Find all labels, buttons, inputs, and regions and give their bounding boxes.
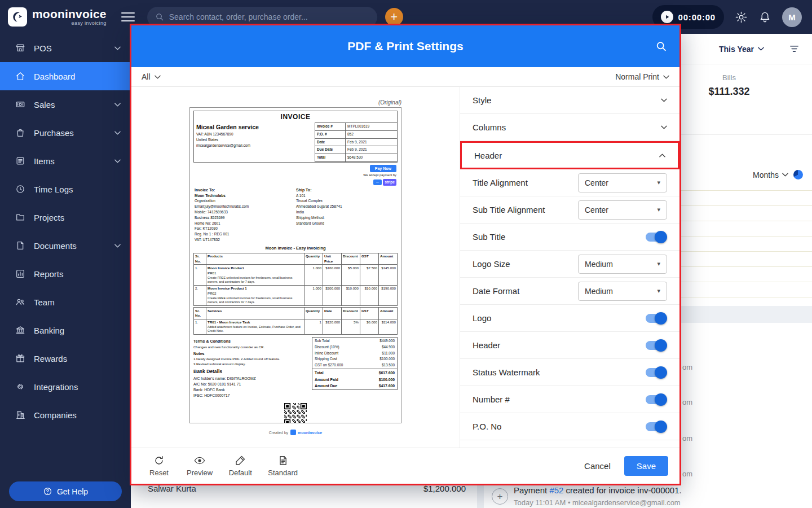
chevron-down-icon — [661, 125, 667, 129]
sidebar-item-time-logs[interactable]: Time Logs — [0, 175, 131, 203]
setting-row-date-format: Date FormatMedium▾ — [460, 278, 679, 305]
dropdown-caret-icon: ▾ — [657, 179, 660, 186]
get-help-button[interactable]: Get Help — [9, 481, 122, 501]
address-line: Tirucat Complex — [296, 199, 398, 204]
sidebar-item-purchases[interactable]: Purchases — [0, 119, 131, 147]
reset-tool-button[interactable]: Reset — [146, 455, 172, 477]
header-toggle[interactable] — [646, 341, 666, 350]
chevron-down-icon — [114, 131, 121, 135]
bank-line: Bank: HDFC Bank — [193, 387, 308, 392]
menu-toggle-button[interactable] — [121, 12, 135, 22]
pie-chart-icon[interactable] — [793, 170, 803, 179]
period-filter-dropdown[interactable]: This Year — [719, 45, 764, 54]
save-button[interactable]: Save — [624, 456, 668, 476]
purchases-icon — [15, 128, 25, 138]
sidebar-item-label: Time Logs — [34, 185, 73, 194]
modal-search-icon[interactable] — [655, 41, 667, 52]
default-brush-icon — [235, 455, 246, 466]
created-by-line: Created by mooninvoice — [269, 430, 322, 435]
p-o-no-toggle[interactable] — [646, 422, 666, 431]
companies-icon — [15, 410, 25, 420]
sidebar-item-reports[interactable]: Reports — [0, 260, 131, 288]
mooninvoice-mini-logo-icon — [290, 430, 296, 435]
sidebar-item-documents[interactable]: Documents — [0, 231, 131, 260]
section-style[interactable]: Style — [460, 87, 679, 114]
default-tool-button[interactable]: Default — [227, 455, 253, 477]
number-toggle[interactable] — [646, 395, 666, 404]
sidebar-item-integrations[interactable]: Integrations — [0, 373, 131, 401]
sidebar-item-rewards[interactable]: Rewards — [0, 344, 131, 373]
cancel-button[interactable]: Cancel — [584, 461, 611, 471]
payment-link[interactable]: #52 — [549, 485, 563, 495]
settings-gear-icon[interactable] — [735, 11, 748, 24]
qr-code — [284, 403, 307, 423]
plus-icon: + — [390, 10, 398, 24]
created-by-label: Created by — [269, 431, 288, 435]
invoice-title: INVOICE — [194, 111, 397, 122]
sidebar-item-companies[interactable]: Companies — [0, 401, 131, 429]
chevron-down-icon — [782, 173, 788, 177]
logo-toggle[interactable] — [646, 314, 666, 323]
invoice-to-block: Invoice To:Moon TechnolabsOrganizationEm… — [195, 187, 296, 242]
address-line: Home No: 2601 — [195, 221, 296, 226]
preview-tool-button[interactable]: Preview — [187, 455, 213, 477]
sidebar-item-label: Banking — [34, 326, 64, 335]
sub-title-toggle[interactable] — [646, 233, 666, 242]
title-alignment-select[interactable]: Center▾ — [578, 173, 667, 192]
column-header: Sr. No. — [194, 308, 206, 319]
user-avatar[interactable]: M — [782, 7, 802, 27]
play-icon[interactable] — [661, 11, 673, 23]
setting-label: Header — [473, 340, 500, 350]
truncated-activity-text: om — [682, 363, 692, 371]
tool-label: Reset — [149, 468, 169, 477]
address-line: Reg. No 1 : REG 001 — [195, 232, 296, 237]
setting-label: Sub Title Alignment — [473, 205, 545, 214]
section-columns[interactable]: Columns — [460, 114, 679, 141]
timer-value: 00:00:00 — [678, 12, 716, 22]
invoice-preview-pane: (Original) INVOICE Miceal Garden service… — [131, 87, 460, 448]
date-format-select[interactable]: Medium▾ — [578, 282, 667, 301]
sidebar-item-banking[interactable]: Banking — [0, 316, 131, 344]
grand-total-row: Total$617.600 — [312, 370, 397, 376]
accept-payment-text: We accept payment by — [363, 173, 396, 178]
pay-now-button[interactable]: Pay Now — [370, 165, 396, 172]
brand-name: mooninvoice — [32, 8, 107, 20]
sidebar-item-label: Rewards — [34, 354, 67, 364]
sidebar-item-items[interactable]: Items — [0, 147, 131, 175]
integrations-icon — [15, 382, 25, 392]
activity-title: Payment #52 created for invoice inv-0000… — [514, 485, 682, 495]
setting-label: Sub Title — [473, 232, 505, 242]
sidebar-item-projects[interactable]: Projects — [0, 203, 131, 231]
header-settings-panel: StyleColumnsHeaderTitle AlignmentCenter▾… — [460, 87, 679, 448]
months-filter-dropdown[interactable]: Months — [753, 170, 788, 179]
setting-row-number: Number # — [460, 386, 679, 413]
logo-size-select[interactable]: Medium▾ — [578, 255, 667, 274]
sub-title-alignment-select[interactable]: Center▾ — [578, 200, 667, 220]
scope-filter-dropdown[interactable]: All — [142, 72, 161, 81]
totals-row: Discount (10%)$44.900 — [312, 344, 397, 351]
documents-icon — [15, 240, 25, 251]
column-header: Amount — [379, 308, 398, 319]
filter-icon[interactable] — [789, 43, 800, 54]
section-header[interactable]: Header — [462, 143, 678, 168]
stat-value: $111.332 — [687, 86, 771, 98]
print-mode-dropdown[interactable]: Normal Print — [615, 72, 669, 81]
select-value: Medium — [585, 287, 613, 296]
sidebar-item-team[interactable]: Team — [0, 288, 131, 316]
activity-plus-icon[interactable]: + — [492, 488, 508, 505]
mooninvoice-logo-icon — [8, 7, 27, 27]
standard-tool-button[interactable]: Standard — [268, 455, 298, 477]
status-watermark-toggle[interactable] — [646, 368, 666, 377]
sidebar-item-sales[interactable]: Sales — [0, 90, 131, 119]
sidebar-item-label: Team — [34, 297, 55, 307]
notifications-bell-icon[interactable] — [758, 11, 771, 24]
app-logo[interactable]: mooninvoice easy invoicing — [8, 7, 107, 27]
setting-label: Logo Size — [473, 259, 510, 269]
sidebar-item-pos[interactable]: POS — [0, 34, 131, 62]
invoice-meta-row: DateFeb 9, 2021 — [315, 138, 398, 146]
sidebar-item-dashboard[interactable]: Dashboard — [0, 62, 131, 90]
truncated-activity-text: om — [682, 398, 692, 406]
modal-filter-row: All Normal Print — [131, 67, 679, 87]
search-input[interactable] — [169, 12, 369, 21]
setting-row-sub-title: Sub Title — [460, 224, 679, 251]
